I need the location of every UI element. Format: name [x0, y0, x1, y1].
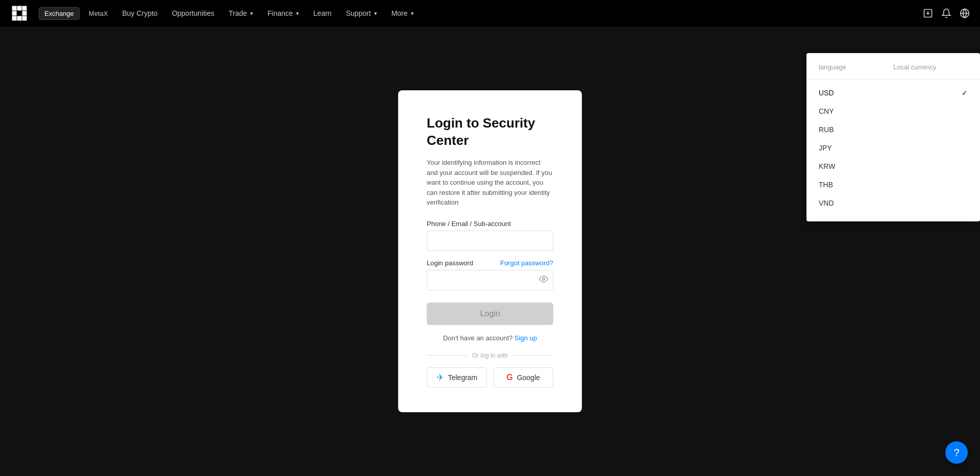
svg-point-12 [543, 278, 545, 280]
nav-trade[interactable]: Trade ▾ [224, 7, 258, 19]
currency-item-cny[interactable]: CNY [806, 102, 980, 120]
forgot-password-link[interactable]: Forgot password? [500, 259, 553, 267]
toggle-password-visibility[interactable] [539, 274, 548, 286]
login-warning: Your identifying information is incorrec… [427, 158, 553, 208]
password-field-row: Login password Forgot password? [427, 259, 553, 267]
login-button[interactable]: Login [427, 303, 553, 325]
phone-label: Phone / Email / Sub-account [427, 220, 553, 228]
support-bubble[interactable]: ? [945, 441, 968, 464]
signup-row: Don't have an account? Sign up [427, 334, 553, 342]
chevron-down-icon: ▾ [296, 10, 299, 17]
tab-exchange[interactable]: Exchange [39, 7, 80, 20]
password-input-wrap [427, 270, 553, 290]
svg-rect-6 [12, 16, 17, 20]
main-content: Login to Security Center Your identifyin… [0, 27, 980, 476]
sign-up-link[interactable]: Sign up [514, 334, 537, 342]
currency-item-thb[interactable]: THB [806, 176, 980, 194]
svg-rect-4 [12, 11, 17, 16]
divider: Or log in with [427, 352, 553, 359]
selected-check: ✓ [962, 89, 968, 97]
chevron-down-icon: ▾ [374, 10, 377, 17]
svg-rect-3 [22, 6, 27, 11]
currency-item-jpy[interactable]: JPY [806, 139, 980, 157]
chevron-down-icon: ▾ [250, 10, 253, 17]
login-title: Login to Security Center [427, 115, 553, 149]
telegram-icon: ✈ [436, 372, 444, 383]
currency-item-rub[interactable]: RUB [806, 120, 980, 139]
local-currency-header: Local currency [893, 63, 968, 71]
google-icon: G [506, 373, 512, 382]
language-icon[interactable] [960, 8, 970, 18]
svg-rect-2 [17, 6, 22, 11]
nav-learn[interactable]: Learn [308, 7, 337, 19]
svg-rect-8 [22, 16, 27, 20]
google-login-button[interactable]: G Google [493, 367, 553, 388]
tab-metax[interactable]: MetaX [84, 8, 113, 19]
svg-rect-7 [17, 16, 22, 20]
divider-line-left [427, 355, 467, 356]
svg-rect-1 [12, 6, 17, 11]
chevron-down-icon: ▾ [411, 10, 414, 17]
currency-list: USD✓CNYRUBJPYKRWTHBVND [806, 80, 980, 216]
nav-right-icons [923, 8, 970, 18]
dropdown-header: language Local currency [806, 63, 980, 80]
svg-rect-5 [22, 11, 27, 16]
divider-text: Or log in with [472, 352, 508, 359]
nav-finance[interactable]: Finance ▾ [262, 7, 304, 19]
language-header: language [819, 63, 893, 71]
nav-buy-crypto[interactable]: Buy Crypto [117, 7, 162, 19]
currency-item-vnd[interactable]: VND [806, 194, 980, 212]
currency-item-krw[interactable]: KRW [806, 157, 980, 176]
password-input[interactable] [427, 270, 553, 290]
nav-support[interactable]: Support ▾ [341, 7, 382, 19]
currency-dropdown: language Local currency USD✓CNYRUBJPYKRW… [806, 53, 980, 221]
divider-line-right [513, 355, 553, 356]
nav-opportunities[interactable]: Opportunities [167, 7, 219, 19]
social-login-row: ✈ Telegram G Google [427, 367, 553, 388]
phone-email-input[interactable] [427, 231, 553, 251]
telegram-login-button[interactable]: ✈ Telegram [427, 367, 487, 388]
download-icon[interactable] [923, 8, 933, 18]
currency-item-usd[interactable]: USD✓ [806, 84, 980, 102]
nav-more[interactable]: More ▾ [386, 7, 419, 19]
notification-icon[interactable] [941, 8, 951, 18]
login-card: Login to Security Center Your identifyin… [398, 90, 582, 412]
navbar: Exchange MetaX Buy Crypto Opportunities … [0, 0, 980, 27]
password-label: Login password [427, 259, 473, 267]
logo[interactable] [10, 4, 29, 22]
